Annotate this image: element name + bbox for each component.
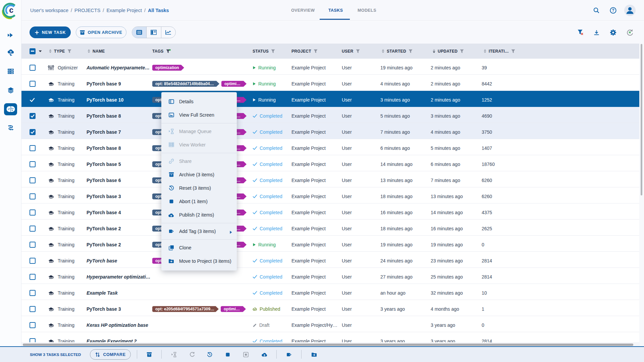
svg-text:?: ? [612, 8, 614, 13]
svg-text:c: c [9, 6, 13, 14]
